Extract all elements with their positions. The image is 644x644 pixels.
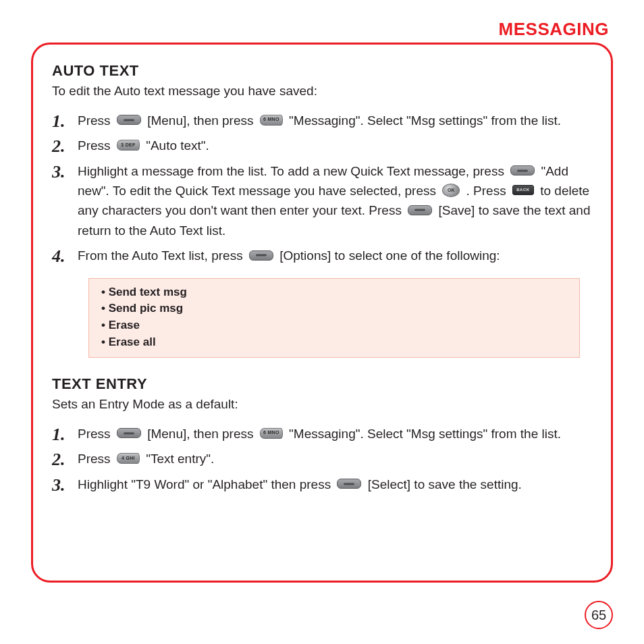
step-text: Press [78, 138, 114, 153]
content-frame: AUTO TEXT To edit the Auto text message … [31, 43, 613, 583]
step-text: "Messaging". Select "Msg settings" from … [289, 427, 561, 441]
softkey-icon [117, 115, 141, 125]
text-entry-steps: Press [Menu], then press 6 MNO "Messagin… [52, 421, 592, 497]
page-number: 65 [585, 601, 613, 629]
back-key-icon: BACK [512, 185, 534, 195]
step-text: [Menu], then press [147, 427, 257, 441]
section-text-entry-intro: Sets an Entry Mode as a default: [52, 396, 592, 413]
section-auto-text-title: AUTO TEXT [52, 62, 592, 80]
step-text: [Select] to save the setting. [368, 477, 522, 491]
softkey-icon [249, 250, 273, 261]
step-text: . Press [466, 184, 510, 198]
step-text: Press [78, 113, 114, 128]
step-text: Highlight "T9 Word" or "Alphabet" then p… [78, 477, 334, 491]
option-send-text: • Send text msg [101, 284, 567, 301]
step-text: "Text entry". [146, 452, 214, 466]
auto-text-step-2: Press 3 DEF "Auto text". [52, 133, 592, 158]
option-erase-all: • Erase all [101, 334, 567, 351]
step-text: Press [78, 427, 114, 441]
step-text: "Messaging". Select "Msg settings" from … [289, 113, 561, 128]
softkey-icon [117, 428, 141, 438]
auto-text-step-4: From the Auto Text list, press [Options]… [52, 243, 592, 268]
text-entry-step-3: Highlight "T9 Word" or "Alphabet" then p… [52, 472, 592, 497]
key-3-icon: 3 DEF [117, 140, 140, 151]
softkey-icon [510, 165, 535, 176]
auto-text-steps: Press [Menu], then press 6 MNO "Messagin… [52, 108, 592, 269]
softkey-icon [337, 479, 361, 489]
auto-text-step-1: Press [Menu], then press 6 MNO "Messagin… [52, 108, 592, 133]
section-auto-text-intro: To edit the Auto text message you have s… [52, 82, 592, 100]
softkey-icon [408, 205, 432, 215]
chapter-title: MESSAGING [31, 19, 609, 40]
auto-text-step-3: Highlight a message from the list. To ad… [52, 159, 592, 244]
key-6-icon: 6 MNO [260, 428, 283, 439]
ok-key-icon: OK [442, 184, 460, 197]
option-erase: • Erase [101, 317, 567, 334]
options-box: • Send text msg • Send pic msg • Erase •… [88, 278, 580, 358]
key-6-icon: 6 MNO [260, 115, 283, 126]
step-text: [Options] to select one of the following… [279, 248, 500, 263]
text-entry-step-1: Press [Menu], then press 6 MNO "Messagin… [52, 421, 592, 446]
step-text: "Auto text". [146, 138, 209, 153]
section-text-entry-title: TEXT ENTRY [52, 375, 592, 393]
step-text: Highlight a message from the list. To ad… [78, 164, 508, 178]
step-text: [Menu], then press [147, 113, 257, 128]
key-4-icon: 4 GHI [117, 453, 140, 464]
text-entry-step-2: Press 4 GHI "Text entry". [52, 446, 592, 471]
option-send-pic: • Send pic msg [101, 300, 567, 317]
step-text: Press [78, 452, 114, 466]
step-text: From the Auto Text list, press [78, 248, 246, 263]
